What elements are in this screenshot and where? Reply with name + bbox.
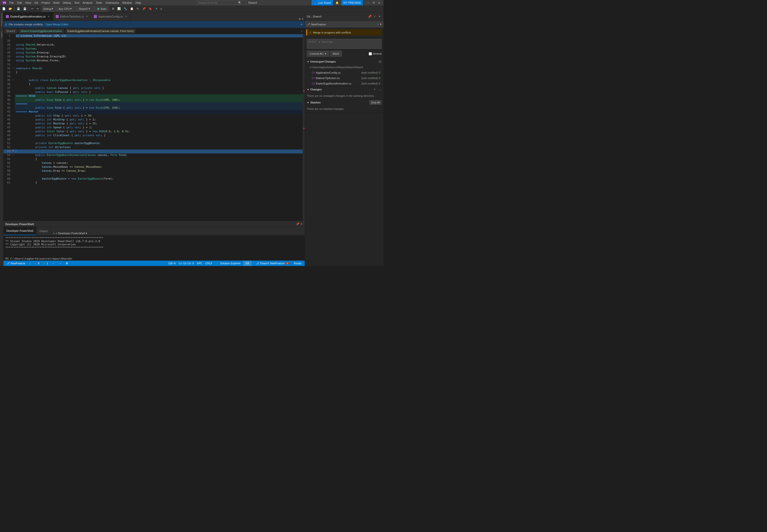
search-input[interactable] [199,1,238,4]
commit-message-input[interactable] [307,39,381,49]
close-button[interactable]: ✕ [376,1,381,5]
code-editor[interactable]: 1 // License Information (GPL v3) 25 26u… [3,34,304,221]
unmerged-header[interactable]: ▼ Unmerged Changes (3) [305,59,384,65]
amend-checkbox[interactable]: Amend [369,52,381,55]
toolbar-btn-3[interactable]: 🔧 [122,6,128,12]
tab-easter-egg[interactable]: EasterEggAboutAnimation.cs ✕ [3,12,53,21]
toolbar-btn-8[interactable]: ↗ [154,6,158,12]
merge-bar-close-icon[interactable]: ✕ [300,23,303,26]
menu-help[interactable]: Help [134,1,143,5]
toolbar-btn-7[interactable]: 🔖 [147,6,153,12]
project-selector[interactable]: ShareX [4,29,17,33]
new-project-btn[interactable]: 📄 [1,6,7,12]
amend-input[interactable] [369,52,372,55]
space-indicator[interactable]: SPC [196,262,203,265]
abort-button[interactable]: Abort [330,51,342,57]
menu-file[interactable]: File [8,1,15,5]
tab-appconfig[interactable]: ApplicationConfig.cs ✕ [91,12,131,21]
add-terminal-btn[interactable]: + + Developer PowerShell ▾ [51,232,89,235]
tab-powershell[interactable]: Developer PowerShell [3,227,36,235]
code-line-36: 36 { [3,83,303,86]
menu-debug[interactable]: Debug [61,1,72,5]
stashes-header[interactable]: ▼ Stashes Drop All [305,100,384,105]
menu-view[interactable]: View [24,1,33,5]
git-file-appconfig[interactable]: C# ApplicationConfig.cs [both modified] … [305,70,384,75]
toolbox-tab[interactable]: Toolbox [0,27,3,42]
commit-dropdown-icon[interactable]: ▾ [323,52,326,55]
git-close-icon[interactable]: ✕ [377,15,381,18]
code-line-33: 33{ [3,71,303,75]
menu-project[interactable]: Project [40,1,51,5]
menu-tools[interactable]: Tools [94,1,104,5]
nav-forward[interactable]: → [58,262,63,265]
menu-git[interactable]: Git [33,1,39,5]
git-branch-status[interactable]: ⎇ ShareX NewFeature 3 [254,262,291,265]
minimize-button[interactable]: ─ [366,1,371,5]
menu-extensions[interactable]: Extensions [104,1,120,5]
terminal-content[interactable]: ****************************************… [3,235,304,261]
drop-all-button[interactable]: Drop All [369,100,381,105]
start-button[interactable]: ▶ Start [95,6,108,12]
open-merge-editor-link[interactable]: Open Merge Editor [46,23,68,26]
platform-dropdown[interactable]: Any CPU ▾ [57,6,77,12]
error-status[interactable]: ✕ 9 [34,262,40,265]
tab-label-2: BalloonTipAction.cs [60,15,84,18]
toolbar-btn-2[interactable]: 📊 [116,6,122,12]
save-all-btn[interactable]: 💾 [22,6,28,12]
nav-more[interactable]: ⌘ [65,262,69,265]
tab-output[interactable]: Output [36,227,51,235]
menu-test[interactable]: Test [73,1,81,5]
git-file-balloon[interactable]: C# BalloonTipAction.cs [both modified] C [305,75,384,81]
toolbar-btn-4[interactable]: 📋 [129,6,135,12]
commit-all-button[interactable]: Commit All ▾ [307,51,329,57]
menu-build[interactable]: Build [52,1,61,5]
sync-status[interactable]: ↕ [28,262,32,265]
git-pin-icon[interactable]: 📌 [368,15,372,18]
debug-config-dropdown[interactable]: Debug ▾ [42,6,57,12]
git-file-easteregg[interactable]: C# EasterEggAboutAnimation.cs [both modi… [305,81,384,86]
restore-button[interactable]: ⧉ [371,1,376,5]
line-col[interactable]: Ln: 53 Ch: 9 [178,262,195,265]
undo-btn[interactable]: ↩ [30,6,35,12]
left-sidebar: Server Explorer Toolbox [0,12,3,266]
branch-status[interactable]: ⎇ NewFeature [5,262,26,265]
toolbar-btn-5[interactable]: ⛏ [135,6,140,12]
method-selector[interactable]: EasterEggAboutAnimation(Canvas canvas, F… [66,29,135,33]
toolbar-btn-1[interactable]: ⚙ [111,6,116,12]
menu-window[interactable]: Window [121,1,133,5]
close-panel-icon[interactable]: ✕ [300,222,303,226]
zoom-level[interactable]: 100 % [167,262,177,265]
branch-selector[interactable]: ⎇ NewFeature ↑↓ ▾ [305,21,384,28]
bell-icon[interactable]: 🔔 [334,1,340,4]
menu-edit[interactable]: Edit [16,1,23,5]
nav-back[interactable]: ← [51,262,56,265]
changes-header[interactable]: ▼ Changes + ... [305,86,384,92]
pin-icon[interactable]: 📌 [296,222,299,226]
warning-status[interactable]: ⚠ 1 [42,262,49,265]
toolbar-btn-9[interactable]: ↙ [159,6,164,12]
tab-close-icon[interactable]: ✕ [47,15,51,18]
more-changes-icon[interactable]: ... [377,87,381,91]
tab-close-icon-3[interactable]: ✕ [124,15,128,18]
open-btn[interactable]: 📂 [7,6,13,12]
git-panel-btn[interactable]: Git [243,261,252,266]
menu-analyze[interactable]: Analyze [81,1,94,5]
encoding-indicator[interactable]: CRLF [204,262,213,265]
tab-balloon[interactable]: BalloonTipAction.cs ✕ [53,12,91,21]
live-share-button[interactable]: 👤 Live Share [311,0,333,5]
solution-explorer-btn[interactable]: Solution Explorer [218,261,243,266]
namespace-selector[interactable]: ShareX.EasterEggAboutAnimation [19,29,64,33]
server-explorer-tab[interactable]: Server Explorer [0,12,3,27]
tab-close-icon-2[interactable]: ✕ [85,15,89,18]
save-btn[interactable]: 💾 [16,6,21,12]
git-expand-icon[interactable]: ⤢ [372,15,376,18]
tab-settings-icon[interactable]: ⚙ [298,17,301,21]
int-preview-button[interactable]: INT PREVIEW [341,0,363,5]
scrollbar[interactable] [303,34,304,221]
add-changes-icon[interactable]: + [372,87,376,91]
tab-more-icon[interactable]: ✕ [301,17,304,21]
breadcrumb-add-icon[interactable]: + [300,30,304,33]
redo-btn[interactable]: ↪ [35,6,40,12]
toolbar-btn-6[interactable]: 📌 [141,6,147,12]
start-project-dropdown[interactable]: ShareX ▾ [78,6,95,12]
